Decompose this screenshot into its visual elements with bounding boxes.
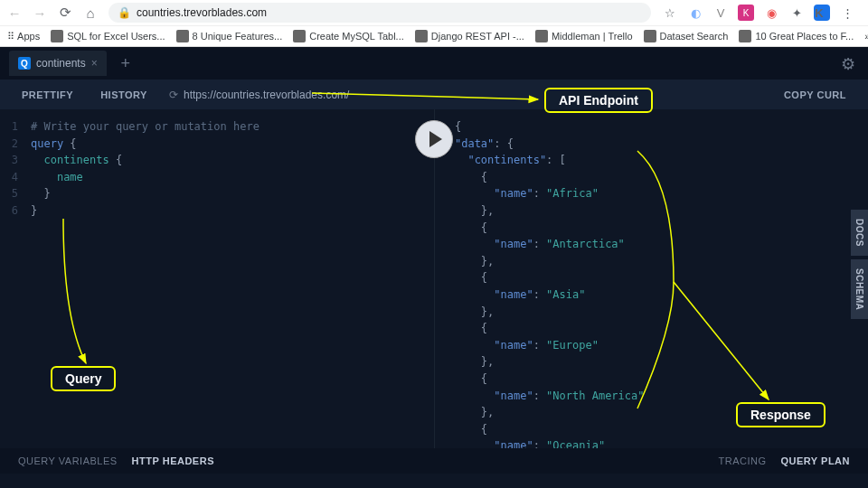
extension-row: ☆ ◐ V K ◉ ✦ K ⋮ (662, 5, 861, 21)
annotation-endpoint: API Endpoint (544, 88, 653, 113)
ext-icon[interactable]: K (738, 5, 754, 21)
home-icon[interactable]: ⌂ (83, 5, 98, 20)
bookmark-overflow[interactable]: » (864, 31, 868, 42)
schema-tab[interactable]: SCHEMA (851, 259, 868, 319)
ext-icon[interactable]: V (712, 5, 729, 21)
avatar[interactable]: K (814, 5, 830, 21)
side-panel-tabs: DOCS SCHEMA (851, 210, 868, 323)
puzzle-icon[interactable]: ✦ (788, 5, 805, 21)
editor-line[interactable]: 1# Write your query or mutation here (7, 118, 427, 136)
footer-tabs: QUERY VARIABLES HTTP HEADERS TRACING QUE… (0, 448, 868, 474)
endpoint-text: https://countries.trevorblades.com/ (184, 89, 349, 101)
bookmark-item[interactable]: Middleman | Trello (535, 30, 633, 42)
bookmark-item[interactable]: 8 Unique Features... (176, 30, 283, 42)
query-type-icon: Q (18, 57, 31, 70)
reload-icon: ⟳ (169, 89, 178, 101)
bookmark-item[interactable]: Create MySQL Tabl... (293, 30, 404, 42)
editor-line[interactable]: 4 name (7, 169, 427, 186)
forward-icon[interactable]: → (33, 5, 47, 20)
tab-tracing[interactable]: TRACING (711, 455, 773, 466)
star-icon[interactable]: ☆ (662, 5, 678, 21)
response-pane: ▸ { "data": { "continents": [ { "name": … (435, 109, 869, 448)
annotation-response: Response (736, 402, 826, 427)
endpoint-input[interactable]: ⟳ https://countries.trevorblades.com/ (162, 84, 769, 106)
prettify-button[interactable]: PRETTIFY (9, 84, 86, 106)
toolbar: PRETTIFY HISTORY ⟳ https://countries.tre… (0, 80, 868, 109)
url-text: countries.trevorblades.com (137, 6, 267, 19)
tab-bar: Q continents × + ⚙ (0, 47, 868, 80)
close-icon[interactable]: × (91, 57, 98, 70)
tab-continents[interactable]: Q continents × (9, 51, 107, 76)
bookmark-item[interactable]: SQL for Excel Users... (51, 30, 165, 42)
graphql-playground: Q continents × + ⚙ PRETTIFY HISTORY ⟳ ht… (0, 47, 868, 488)
browser-chrome: ← → ⟳ ⌂ 🔒 countries.trevorblades.com ☆ ◐… (0, 0, 868, 47)
menu-icon[interactable]: ⋮ (839, 5, 855, 21)
bookmarks-bar: ⠿ AppsSQL for Excel Users...8 Unique Fea… (0, 25, 868, 46)
back-icon[interactable]: ← (7, 5, 22, 20)
lock-icon: 🔒 (118, 6, 131, 19)
panes: 1# Write your query or mutation here2que… (0, 109, 868, 448)
apps-button[interactable]: ⠿ Apps (7, 31, 40, 42)
docs-tab[interactable]: DOCS (851, 210, 868, 256)
ext-icon[interactable]: ◐ (687, 5, 703, 21)
tab-http-headers[interactable]: HTTP HEADERS (125, 455, 222, 466)
address-bar[interactable]: 🔒 countries.trevorblades.com (108, 3, 651, 23)
editor-line[interactable]: 3 continents { (7, 152, 427, 169)
editor-line[interactable]: 6} (7, 202, 427, 220)
bookmark-item[interactable]: Dataset Search (644, 30, 729, 42)
ext-icon[interactable]: ◉ (763, 5, 779, 21)
history-button[interactable]: HISTORY (88, 84, 160, 106)
bookmark-item[interactable]: Django REST API -... (415, 30, 524, 42)
editor-line[interactable]: 2query { (7, 136, 427, 153)
bookmark-item[interactable]: 10 Great Places to F... (739, 30, 854, 42)
new-tab-button[interactable]: + (114, 52, 137, 74)
editor-line[interactable]: 5 } (7, 185, 427, 202)
query-editor[interactable]: 1# Write your query or mutation here2que… (0, 109, 435, 448)
gear-icon[interactable]: ⚙ (841, 54, 855, 74)
tab-label: continents (36, 57, 86, 70)
run-button[interactable] (415, 120, 453, 158)
annotation-query: Query (51, 366, 116, 391)
copy-curl-button[interactable]: COPY CURL (771, 84, 859, 106)
tab-query-variables[interactable]: QUERY VARIABLES (11, 455, 125, 466)
reload-icon[interactable]: ⟳ (58, 5, 72, 20)
tab-query-plan[interactable]: QUERY PLAN (773, 455, 857, 466)
